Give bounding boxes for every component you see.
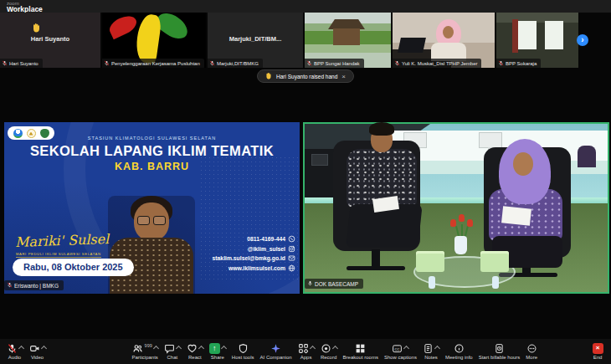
gift-box	[416, 251, 444, 272]
shield-icon	[238, 343, 249, 354]
video-thumbnail-bpp-sokaraja[interactable]: BPP Sokaraja	[496, 13, 578, 68]
end-call-icon: ×	[593, 343, 603, 354]
curtain	[512, 19, 518, 53]
participant-filmstrip: Hari Suyanto Hari Suyanto Penyelenggaraa…	[0, 13, 578, 68]
slide-title: SEKOLAH LAPANG IKLIM TEMATIK	[4, 143, 300, 159]
flower-vase	[454, 236, 467, 254]
window	[518, 21, 537, 49]
mic-muted-icon	[104, 60, 110, 67]
close-icon[interactable]: ×	[341, 73, 346, 80]
host-woman-paper	[501, 206, 531, 225]
background-person	[578, 146, 596, 167]
apps-button[interactable]: Apps	[295, 339, 317, 364]
desktop-computer	[479, 132, 502, 148]
chevron-up-icon[interactable]	[403, 346, 409, 351]
mic-muted-icon	[209, 60, 215, 67]
slide-date-badge: Rabu, 08 Oktober 2025	[13, 259, 134, 276]
billable-hours-icon	[494, 343, 505, 354]
slide-organization: STASIUN KLIMATOLOGI SULAWESI SELATAN	[4, 136, 300, 141]
video-thumbnail-hari-suyanto[interactable]: Hari Suyanto Hari Suyanto	[0, 13, 100, 68]
shared-screen-slide-tile[interactable]: STASIUN KLIMATOLOGI SULAWESI SELATAN SEK…	[4, 122, 300, 294]
chevron-up-icon[interactable]	[221, 346, 227, 351]
chevron-up-icon[interactable]	[176, 346, 182, 351]
water-bottle	[429, 276, 435, 289]
share-button[interactable]: ↑ Share	[206, 339, 228, 364]
slide-contact-list: 0811-4169-444 @iklim_sulsel staklim.suls…	[213, 235, 295, 272]
participant-count-badge: 999	[145, 343, 152, 348]
participants-button[interactable]: 999 Participants	[129, 339, 161, 364]
participant-name-label: Marjuki,DIT/BMKG	[208, 59, 263, 68]
zoom-meeting-window: zoom Workplace Hari Suyanto Hari Suyanto…	[0, 0, 611, 364]
next-page-arrow-button[interactable]: ›	[577, 34, 588, 46]
participant-name-label: BPP Sungai Handak	[305, 59, 364, 68]
chevron-up-icon[interactable]	[198, 346, 204, 351]
chevron-up-icon[interactable]	[434, 346, 440, 351]
meeting-toolbar: Audio Video 999 Participants	[0, 339, 611, 364]
mic-muted-icon	[306, 60, 312, 67]
chevron-up-icon[interactable]	[332, 346, 338, 351]
toast-text: Hari Suyanto raised hand	[276, 74, 337, 79]
chevron-up-icon[interactable]	[153, 346, 159, 351]
mic-muted-icon	[7, 343, 18, 354]
show-captions-button[interactable]: CC Show captions	[381, 339, 419, 364]
participants-icon	[132, 343, 143, 354]
participant-name-label: Hari Suyanto	[0, 59, 43, 68]
audio-button[interactable]: Audio	[3, 339, 26, 364]
participant-name-label: Yuli K. Muskat_Disl TPHP Jember	[393, 59, 481, 68]
info-icon	[454, 343, 465, 354]
laptop	[398, 38, 426, 53]
raised-hand-icon	[265, 72, 272, 80]
monitor	[311, 154, 328, 166]
logo-shape-yellow	[134, 13, 162, 64]
host-tools-button[interactable]: Host tools	[228, 339, 257, 364]
water-bottle	[492, 276, 499, 289]
participant-center-name: Marjuki_DIT/BM...	[208, 35, 303, 43]
contact-email: staklim.sulsel@bmkg.go.id	[213, 254, 295, 262]
hut	[333, 28, 360, 45]
breakout-rooms-icon	[355, 343, 366, 354]
video-button[interactable]: Video	[26, 339, 49, 364]
contact-phone: 0811-4169-444	[247, 235, 295, 243]
participant-name-label: Penyelenggaraan Kerjasama Pusluhtan	[102, 59, 204, 68]
chevron-up-icon[interactable]	[310, 346, 316, 351]
logo-shape-red	[106, 13, 139, 39]
svg-text:CC: CC	[395, 347, 400, 351]
video-thumbnail-marjuki[interactable]: Marjuki_DIT/BM... Marjuki,DIT/BMKG	[208, 13, 303, 68]
slide-script-text: Mariki' Sulsel	[15, 231, 110, 250]
raised-hand-toast[interactable]: Hari Suyanto raised hand ×	[257, 69, 354, 83]
chevron-up-icon[interactable]	[40, 346, 46, 351]
mic-muted-icon	[394, 60, 400, 67]
react-button[interactable]: React	[183, 339, 206, 364]
video-thumbnail-ricefield[interactable]: BPP Sungai Handak	[305, 13, 391, 68]
video-thumbnail-pusluhtan[interactable]: Penyelenggaraan Kerjasama Pusluhtan	[102, 13, 206, 68]
email-icon	[288, 254, 295, 262]
video-thumbnail-yuli[interactable]: Yuli K. Muskat_Disl TPHP Jember	[393, 13, 495, 68]
more-button[interactable]: More	[523, 339, 541, 364]
start-billable-hours-button[interactable]: Start billable hours	[475, 339, 523, 364]
more-ellipsis-icon	[526, 343, 537, 354]
instagram-icon	[288, 245, 295, 253]
ai-companion-button[interactable]: AI Companion	[257, 339, 295, 364]
window	[545, 21, 563, 49]
meeting-info-button[interactable]: Meeting info	[442, 339, 475, 364]
whatsapp-icon	[288, 235, 295, 243]
participant-name-label: Eriswanto | BMKG	[4, 280, 64, 290]
presenter-webcam-cutout	[103, 194, 200, 294]
breakout-rooms-button[interactable]: Breakout rooms	[340, 339, 381, 364]
end-meeting-button[interactable]: × End	[589, 339, 606, 364]
apps-icon	[298, 343, 309, 354]
raised-hand-icon	[32, 21, 41, 36]
record-icon	[321, 343, 331, 354]
contact-website: www.iklimsulsel.com	[228, 264, 295, 272]
chat-button[interactable]: Chat	[161, 339, 183, 364]
workspace-name: Workplace	[7, 6, 611, 13]
contact-instagram: @iklim_sulsel	[248, 245, 295, 253]
chat-icon	[164, 343, 175, 354]
tulip-flower	[467, 219, 473, 227]
mic-muted-icon	[498, 60, 504, 67]
chevron-up-icon[interactable]	[18, 346, 23, 351]
sparkle-icon	[270, 343, 281, 354]
notes-button[interactable]: Notes	[419, 339, 442, 364]
record-button[interactable]: Record	[317, 339, 340, 364]
mic-muted-icon	[2, 60, 8, 67]
